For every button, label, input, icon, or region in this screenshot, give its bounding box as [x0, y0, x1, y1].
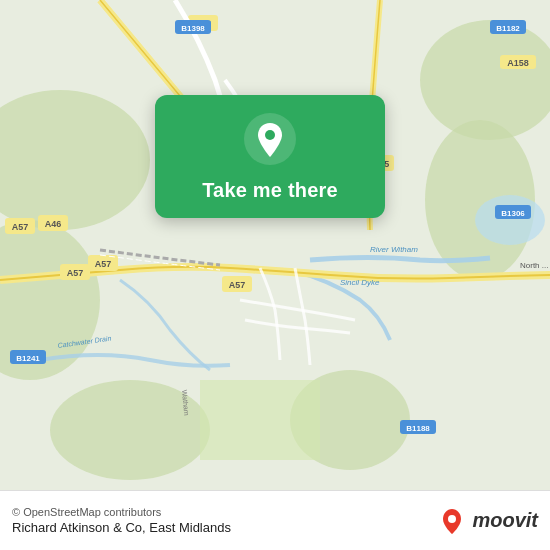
take-me-there-card[interactable]: Take me there	[155, 95, 385, 218]
svg-point-8	[475, 195, 545, 245]
svg-point-44	[448, 515, 456, 523]
svg-text:River Witham: River Witham	[370, 245, 418, 254]
location-info: © OpenStreetMap contributors Richard Atk…	[12, 506, 231, 535]
svg-text:A57: A57	[67, 268, 84, 278]
svg-text:B1188: B1188	[406, 424, 430, 433]
moovit-logo-icon	[438, 507, 466, 535]
svg-text:Sincil Dyke: Sincil Dyke	[340, 278, 380, 287]
svg-rect-7	[200, 380, 320, 460]
location-label: Richard Atkinson & Co, East Midlands	[12, 520, 231, 535]
svg-text:A57: A57	[95, 259, 112, 269]
map-background: A57 A57 A46 A46 A57 A57 A15 B1398 B1398 …	[0, 0, 550, 490]
svg-text:A57: A57	[229, 280, 246, 290]
svg-text:B1306: B1306	[501, 209, 525, 218]
map-view: A57 A57 A46 A46 A57 A57 A15 B1398 B1398 …	[0, 0, 550, 490]
take-me-there-button-label: Take me there	[202, 179, 338, 202]
svg-text:B1398: B1398	[181, 24, 205, 33]
location-pin-icon	[244, 113, 296, 165]
svg-text:A46: A46	[45, 219, 62, 229]
svg-text:A57: A57	[12, 222, 29, 232]
svg-point-43	[265, 130, 275, 140]
attribution-text: © OpenStreetMap contributors	[12, 506, 231, 518]
bottom-bar: © OpenStreetMap contributors Richard Atk…	[0, 490, 550, 550]
moovit-logo: moovit	[438, 507, 538, 535]
svg-text:B1182: B1182	[496, 24, 520, 33]
svg-text:A158: A158	[507, 58, 529, 68]
svg-text:North ...: North ...	[520, 261, 548, 270]
svg-text:B1241: B1241	[16, 354, 40, 363]
moovit-brand-name: moovit	[472, 509, 538, 532]
